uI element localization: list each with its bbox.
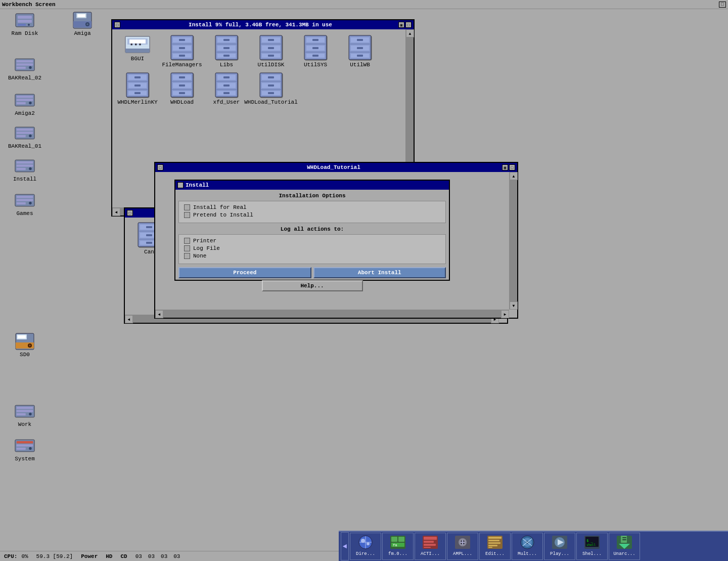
whdload-window-close[interactable]: □: [157, 164, 163, 170]
whdload-scroll-up[interactable]: ▲: [510, 172, 518, 180]
none-option[interactable]: None: [184, 253, 440, 259]
svg-text:■ ■ ■: ■ ■ ■: [130, 42, 141, 47]
desktop-icon-system[interactable]: System: [7, 437, 42, 462]
taskbar-item-mult[interactable]: Mult...: [512, 533, 543, 560]
window-icon-bgui[interactable]: ■ ■ ■ BGUI: [117, 34, 158, 68]
svg-rect-196: [488, 547, 492, 548]
printer-option[interactable]: Printer: [184, 238, 440, 244]
window-icon-whdlmerlinky[interactable]: WHDLMerlinKY: [117, 72, 158, 105]
svg-point-4: [28, 24, 30, 26]
pretend-radio[interactable]: [184, 212, 190, 218]
desktop-icon-work[interactable]: Work: [7, 402, 42, 427]
help-button[interactable]: Help...: [262, 280, 363, 291]
taskbar-item-shel[interactable]: $ _ shell Shel...: [576, 533, 608, 560]
svg-rect-62: [125, 49, 150, 53]
jaguar-scroll-left[interactable]: ◄: [125, 315, 133, 323]
shel-label: Shel...: [582, 551, 602, 556]
taskbar-item-edit[interactable]: Edit...: [479, 533, 511, 560]
desktop-icon-games[interactable]: Games: [7, 191, 42, 217]
taskbar-scroll-left[interactable]: ◄: [341, 532, 349, 560]
taskbar-item-ampl[interactable]: AMPL...: [447, 533, 478, 560]
whdload-window-zoom1[interactable]: ▣: [502, 164, 508, 170]
install-window-zoom2[interactable]: □: [405, 22, 412, 28]
svg-point-51: [29, 447, 31, 450]
svg-rect-157: [146, 226, 152, 228]
svg-rect-80: [223, 47, 230, 49]
fm0-icon: fm: [389, 534, 407, 550]
edit-icon: [486, 534, 504, 550]
window-icon-whdload[interactable]: WHDLoad: [162, 72, 202, 105]
window-icon-utilsys[interactable]: UtilSYS: [295, 34, 336, 68]
svg-text:fm: fm: [393, 543, 397, 547]
pretend-install-option[interactable]: Pretend to Install: [184, 212, 440, 218]
proceed-button[interactable]: Proceed: [178, 267, 311, 278]
install-label: Install: [13, 176, 36, 182]
svg-rect-177: [391, 537, 397, 542]
window-icon-utilwb[interactable]: UtilWB: [340, 34, 380, 68]
taskbar-item-play[interactable]: Play...: [544, 533, 575, 560]
install-window-close[interactable]: □: [114, 22, 120, 28]
whdload-scroll-left[interactable]: ◄: [155, 310, 163, 318]
abort-button[interactable]: Abort Install: [313, 267, 446, 278]
svg-point-35: [29, 202, 31, 204]
whdload-window-title: WHDLoad_Tutorial: [165, 164, 502, 170]
svg-rect-70: [179, 47, 185, 49]
jaguar-window-close[interactable]: □: [127, 210, 133, 216]
svg-rect-137: [223, 76, 230, 78]
svg-rect-24: [17, 135, 26, 138]
taskbar-item-dire[interactable]: Dire...: [350, 533, 381, 560]
desktop-icon-ramdisk[interactable]: Ram Disk: [7, 11, 42, 36]
window-icon-libs[interactable]: Libs: [206, 34, 247, 68]
log-options-section: Printer Log File None: [178, 234, 446, 264]
whdload-hscrollbar[interactable]: ◄ ►: [155, 310, 509, 318]
cpu-value: 0%: [21, 553, 28, 559]
none-radio[interactable]: [184, 253, 190, 259]
desktop-icon-bakreal02[interactable]: BAKReal_02: [7, 56, 42, 81]
whdload-scroll-down[interactable]: ▼: [510, 301, 518, 310]
logfile-radio[interactable]: [184, 245, 190, 251]
taskbar-item-acti[interactable]: ACTI...: [415, 533, 446, 560]
svg-rect-185: [424, 547, 431, 548]
workbench-close-btn[interactable]: □: [719, 2, 726, 8]
svg-rect-195: [488, 545, 497, 546]
window-icon-xfduser[interactable]: xfd_User: [206, 72, 247, 105]
install-window-title: Install 9% full, 3.4GB free, 341.3MB in …: [122, 22, 398, 28]
logfile-option[interactable]: Log File: [184, 245, 440, 251]
window-icon-filemanagers[interactable]: FileManagers: [162, 34, 202, 68]
svg-rect-123: [134, 92, 141, 94]
scroll-up-btn[interactable]: ▲: [406, 29, 414, 37]
acti-icon: [421, 534, 439, 550]
install-real-radio[interactable]: [184, 204, 190, 210]
svg-rect-192: [488, 537, 502, 539]
whdload-tutorial-label: WHDLoad_Tutorial: [244, 99, 298, 105]
whdload-window-zoom2[interactable]: □: [509, 164, 515, 170]
taskbar-item-fm0[interactable]: fm fm.0...: [382, 533, 414, 560]
unarc-label: Unarc...: [613, 551, 635, 556]
cpu-label: CPU:: [4, 553, 17, 559]
counter3: 03: [161, 553, 167, 559]
window-icon-utildisk[interactable]: UtilDISK: [251, 34, 291, 68]
whdload-scroll-right[interactable]: ►: [501, 310, 509, 318]
install-for-real-option[interactable]: Install for Real: [184, 204, 440, 210]
whdload-vscrollbar[interactable]: ▲ ▼: [509, 172, 517, 310]
install-window-titlebar[interactable]: □ Install 9% full, 3.4GB free, 341.3MB i…: [112, 20, 414, 29]
amiga2-label: Amiga2: [15, 110, 35, 116]
install-window-zoom1[interactable]: ▣: [398, 22, 404, 28]
whdload-tutorial-titlebar[interactable]: □ WHDLoad_Tutorial ▣ □: [155, 163, 517, 172]
sd0-icon: [15, 332, 35, 351]
install-dialog-close[interactable]: [177, 182, 184, 188]
window-icon-whdload-tutorial[interactable]: WHDLoad_Tutorial: [251, 72, 291, 105]
desktop-icon-install[interactable]: Install: [7, 157, 42, 182]
desktop-icon-bakreal01[interactable]: BAKReal_01: [7, 124, 42, 149]
ampl-icon: [453, 534, 472, 550]
taskbar-item-unarc[interactable]: Unarc...: [609, 533, 640, 560]
printer-radio[interactable]: [184, 238, 190, 244]
desktop-icon-amiga[interactable]: Amiga: [65, 11, 100, 36]
games-icon: [15, 191, 35, 209]
desktop-icon-sd0[interactable]: SD0: [7, 332, 42, 358]
play-icon: [551, 534, 569, 550]
desktop-icon-amiga2[interactable]: Amiga2: [7, 91, 42, 116]
scroll-left-btn[interactable]: ◄: [112, 208, 120, 216]
sd0-label: SD0: [20, 352, 30, 358]
work-icon: [15, 402, 35, 420]
